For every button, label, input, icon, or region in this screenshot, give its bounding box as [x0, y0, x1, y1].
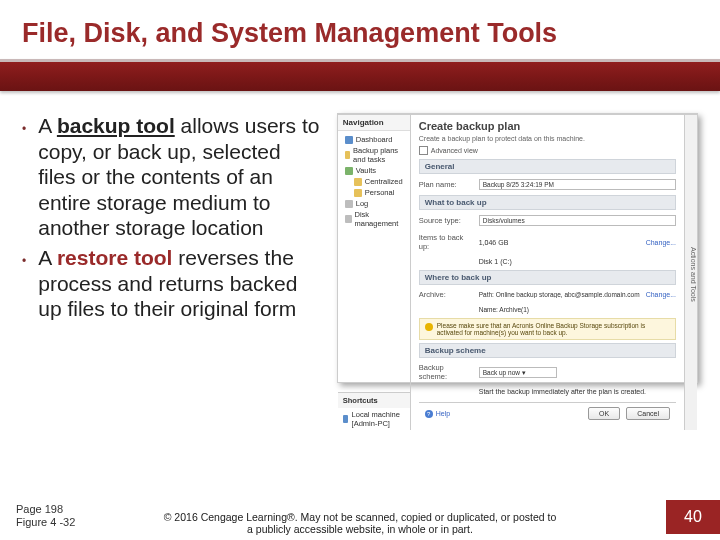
bullet-term: backup tool	[57, 114, 175, 137]
source-type-select[interactable]: Disks/volumes	[479, 215, 676, 226]
plan-name-input[interactable]: Backup 8/25 3:24:19 PM	[479, 179, 676, 190]
label: Plan name:	[419, 180, 473, 189]
vaults-icon	[345, 167, 353, 175]
tree-label: Dashboard	[356, 135, 393, 144]
warning-icon	[425, 323, 433, 331]
nav-panel: Navigation Dashboard Backup plans and ta…	[338, 115, 411, 430]
section-what: What to back up	[419, 195, 676, 210]
scheme-desc: Start the backup immediately after the p…	[479, 388, 646, 395]
tree-label: Log	[356, 199, 369, 208]
nav-header: Navigation	[338, 115, 410, 131]
figure-main: Navigation Dashboard Backup plans and ta…	[338, 115, 697, 430]
change-link[interactable]: Change...	[646, 291, 676, 298]
section-where: Where to back up	[419, 270, 676, 285]
scheme-select[interactable]: Back up now ▾	[479, 367, 557, 378]
row-archive: Archive: Path: Online backup storage, ab…	[419, 288, 676, 301]
plans-icon	[345, 151, 350, 159]
row-items: Items to back up: 1,046 GB Change...	[419, 231, 676, 253]
tree-item[interactable]: Personal	[342, 187, 406, 198]
tree-item[interactable]: Log	[342, 198, 406, 209]
bullet-pre: A	[38, 114, 57, 137]
page-number: 40	[666, 500, 720, 534]
bullet-text: A backup tool allows users to copy, or b…	[38, 113, 323, 241]
items-value2: Disk 1 (C:)	[479, 258, 512, 265]
help-icon: ?	[425, 410, 433, 418]
text-column: • A backup tool allows users to copy, or…	[22, 113, 323, 383]
bullet-dot-icon: •	[22, 245, 26, 322]
items-value: 1,046 GB	[479, 239, 509, 246]
machine-icon	[343, 415, 348, 423]
slide: File, Disk, and System Management Tools …	[0, 0, 720, 540]
checkbox-icon	[419, 146, 428, 155]
dialog-footer: ?Help OK Cancel	[419, 402, 676, 424]
label: Backup scheme:	[419, 363, 473, 381]
bullet-pre: A	[38, 246, 57, 269]
archive-value2: Name: Archive(1)	[479, 306, 529, 313]
nav-tree: Dashboard Backup plans and tasks Vaults …	[338, 131, 410, 392]
section-general: General	[419, 159, 676, 174]
log-icon	[345, 200, 353, 208]
row-scheme2: Start the backup immediately after the p…	[419, 386, 676, 397]
tree-item[interactable]: Disk management	[342, 209, 406, 229]
figure-screenshot: Navigation Dashboard Backup plans and ta…	[337, 113, 698, 383]
help-link[interactable]: ?Help	[425, 410, 450, 418]
slide-footer: Page 198 Figure 4 -32 © 2016 Cengage Lea…	[0, 486, 720, 540]
row-items2: Disk 1 (C:)	[419, 256, 676, 267]
tree-item[interactable]: Dashboard	[342, 134, 406, 145]
page-reference: Page 198 Figure 4 -32	[16, 503, 75, 531]
bullet-item: • A restore tool reverses the process an…	[22, 245, 323, 322]
right-rail[interactable]: Actions and Tools	[684, 115, 697, 430]
tree-label: Disk management	[355, 210, 406, 228]
tree-label: Personal	[365, 188, 395, 197]
slide-title: File, Disk, and System Management Tools	[22, 18, 696, 49]
dashboard-icon	[345, 136, 353, 144]
label: Source type:	[419, 216, 473, 225]
bullet-text: A restore tool reverses the process and …	[38, 245, 323, 322]
shortcuts-header: Shortcuts	[338, 392, 410, 408]
tree-item[interactable]: Centralized	[342, 176, 406, 187]
tree-label: Centralized	[365, 177, 403, 186]
tree-item[interactable]: Vaults	[342, 165, 406, 176]
title-block: File, Disk, and System Management Tools	[0, 0, 720, 53]
tree-label: Backup plans and tasks	[353, 146, 406, 164]
section-scheme: Backup scheme	[419, 343, 676, 358]
cancel-button[interactable]: Cancel	[626, 407, 670, 420]
bullet-dot-icon: •	[22, 113, 26, 241]
row-plan-name: Plan name: Backup 8/25 3:24:19 PM	[419, 177, 676, 192]
advanced-view-toggle[interactable]: Advanced view	[419, 145, 676, 156]
content-title: Create backup plan	[419, 120, 676, 132]
disk-icon	[345, 215, 352, 223]
label: Items to back up:	[419, 233, 473, 251]
copyright-text: © 2016 Cengage Learning®. May not be sca…	[160, 511, 560, 536]
archive-value: Path: Online backup storage, abc@sample.…	[479, 291, 640, 298]
label: Archive:	[419, 290, 473, 299]
content-subtitle: Create a backup plan to protect data on …	[419, 135, 676, 142]
content-panel: Create backup plan Create a backup plan …	[411, 115, 684, 430]
bullet-term: restore tool	[57, 246, 173, 269]
folder-icon	[354, 189, 362, 197]
page-ref-line1: Page 198	[16, 503, 75, 517]
shortcut-label: Local machine [Admin-PC]	[352, 410, 405, 428]
advanced-label: Advanced view	[431, 147, 478, 154]
shortcut-item[interactable]: Local machine [Admin-PC]	[338, 408, 410, 430]
note-text: Please make sure that an Acronis Online …	[437, 322, 670, 336]
accent-bar	[0, 59, 720, 91]
page-ref-line2: Figure 4 -32	[16, 516, 75, 530]
bullet-item: • A backup tool allows users to copy, or…	[22, 113, 323, 241]
folder-icon	[354, 178, 362, 186]
row-archive2: Name: Archive(1)	[419, 304, 676, 315]
tree-label: Vaults	[356, 166, 376, 175]
change-link[interactable]: Change...	[646, 239, 676, 246]
ok-button[interactable]: OK	[588, 407, 620, 420]
slide-body: • A backup tool allows users to copy, or…	[0, 91, 720, 383]
tree-item[interactable]: Backup plans and tasks	[342, 145, 406, 165]
row-source-type: Source type: Disks/volumes	[419, 213, 676, 228]
row-scheme: Backup scheme: Back up now ▾	[419, 361, 676, 383]
warning-note: Please make sure that an Acronis Online …	[419, 318, 676, 340]
help-label: Help	[436, 410, 450, 417]
